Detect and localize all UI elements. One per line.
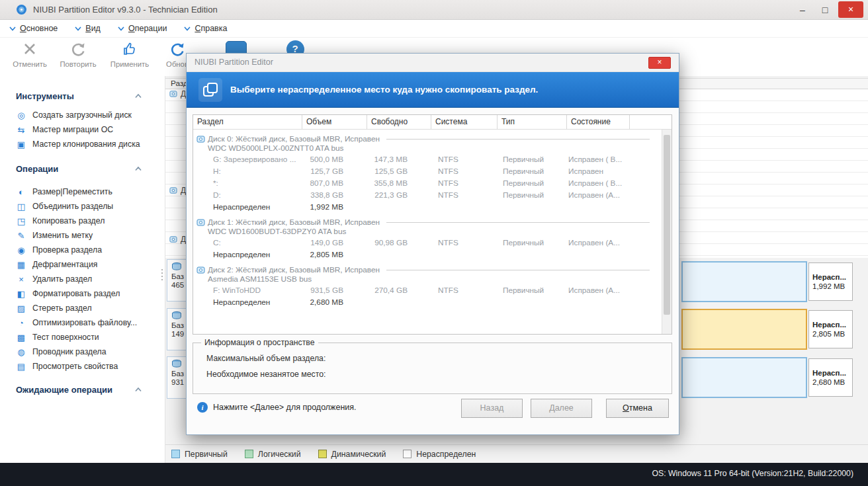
space-info-groupbox: Информация о пространстве Максимальный о… bbox=[193, 343, 672, 394]
col-filesystem[interactable]: Система bbox=[431, 115, 498, 129]
sidebar-item-copy-partition[interactable]: ◳ Копировать раздел bbox=[16, 214, 165, 228]
cancel-button[interactable]: Отмена bbox=[606, 399, 669, 418]
disk-title: Диск 1: Жёсткий диск, Базовый MBR, Испра… bbox=[208, 218, 380, 227]
unallocated-row[interactable]: Нераспределен 2,680 MB bbox=[193, 296, 662, 308]
disk-title: Диск 2: Жёсткий диск, Базовый MBR, Испра… bbox=[208, 265, 380, 274]
undo-button[interactable]: Отменить bbox=[2, 39, 58, 68]
disk-row-fragment: Д bbox=[169, 235, 186, 244]
col-type[interactable]: Тип bbox=[498, 115, 567, 129]
col-capacity[interactable]: Объем bbox=[302, 115, 367, 129]
legend-dynamic: Динамический bbox=[318, 450, 386, 459]
sidebar-item-format-partition[interactable]: ◧ Форматировать раздел bbox=[16, 286, 165, 301]
partition-row[interactable]: F: WinToHDD 931,5 GB 270,4 GB NTFS Перви… bbox=[193, 284, 662, 296]
menu-item-operations[interactable]: Операции bbox=[118, 24, 167, 33]
fragment-text: Д bbox=[181, 89, 186, 99]
os-migration-icon: ⇆ bbox=[16, 125, 26, 135]
item-label: Проводник раздела bbox=[32, 347, 107, 356]
item-label: Тест поверхности bbox=[32, 333, 99, 342]
defragment-icon: ▦ bbox=[16, 260, 26, 270]
sidebar-section-tools[interactable]: Инструменты bbox=[16, 88, 142, 104]
menu-item-main[interactable]: Основное bbox=[9, 24, 58, 33]
item-label: Удалить раздел bbox=[32, 274, 92, 284]
chevron-down-icon bbox=[184, 26, 191, 31]
surface-test-icon: ▩ bbox=[16, 333, 26, 343]
chevron-up-icon bbox=[135, 167, 142, 171]
sidebar-item-bootable-media[interactable]: ◎ Создать загрузочный диск bbox=[16, 108, 165, 122]
unallocated-label: Нерасп... bbox=[812, 321, 846, 329]
redo-label: Повторить bbox=[50, 60, 106, 68]
sidebar-item-wipe-partition[interactable]: ▨ Стереть раздел bbox=[16, 301, 165, 315]
section-title: Инструменты bbox=[16, 91, 74, 101]
partition-row[interactable]: *: 807,0 MB 355,8 MB NTFS Первичный Испр… bbox=[193, 177, 662, 189]
sidebar-section-pending-operations[interactable]: Ожидающие операции bbox=[16, 382, 142, 397]
col-status[interactable]: Состояние bbox=[567, 115, 630, 129]
item-label: Мастер клонирования диска bbox=[32, 140, 140, 149]
disk0-unallocated-block[interactable]: Нерасп... 1,992 MB bbox=[808, 263, 853, 301]
dialog-hint: Нажмите <Далее> для продолжения. bbox=[213, 403, 357, 412]
chevron-down-icon bbox=[75, 26, 81, 31]
menu-label: Вид bbox=[85, 24, 101, 33]
partition-row[interactable]: C: 149,0 GB 90,98 GB NTFS Первичный Испр… bbox=[193, 237, 662, 249]
scrollbar-thumb[interactable] bbox=[664, 135, 670, 315]
copy-partition-icon: ◳ bbox=[16, 216, 26, 226]
minimize-button[interactable]: – bbox=[791, 0, 814, 20]
sidebar-item-change-label[interactable]: ✎ Изменить метку bbox=[16, 228, 165, 243]
sidebar-item-delete-partition[interactable]: × Удалить раздел bbox=[16, 272, 165, 286]
disk-icon bbox=[169, 235, 177, 243]
sidebar-item-optimize-filesystem[interactable]: ◔ Оптимизировать файлову... bbox=[16, 315, 165, 330]
resize-move-icon: ◐ bbox=[16, 187, 26, 197]
close-button[interactable]: × bbox=[838, 1, 863, 18]
sidebar-item-resize-move[interactable]: ◐ Размер|Переместить bbox=[16, 184, 165, 199]
disk1-unallocated-block[interactable]: Нерасп... 2,805 MB bbox=[808, 310, 853, 348]
max-partition-size-label: Максимальный объем раздела: bbox=[206, 354, 326, 363]
sidebar-item-os-migration[interactable]: ⇆ Мастер миграции ОС bbox=[16, 122, 165, 137]
menu-item-help[interactable]: Справка bbox=[184, 24, 227, 33]
sidebar-item-view-properties[interactable]: ▤ Просмотреть свойства bbox=[16, 359, 165, 374]
disk-model: WDC WD1600BUDT-63DPZY0 ATA bus bbox=[193, 227, 662, 237]
partition-row[interactable]: H: 125,7 GB 125,5 GB NTFS Первичный Испр… bbox=[193, 165, 662, 177]
sidebar-section-operations[interactable]: Операции bbox=[16, 161, 142, 177]
disk1-partition-block-selected[interactable] bbox=[681, 309, 807, 350]
info-icon: i bbox=[197, 402, 208, 413]
sidebar-item-merge-partitions[interactable]: ◫ Объединить разделы bbox=[16, 199, 165, 214]
redo-button[interactable]: Повторить bbox=[50, 39, 106, 68]
back-button[interactable]: Назад bbox=[461, 399, 523, 418]
dialog-banner-text: Выберите нераспределенное место куда нуж… bbox=[230, 85, 538, 95]
required-space-label: Необходимое незанятое место: bbox=[206, 370, 326, 379]
col-partition[interactable]: Раздел bbox=[193, 115, 302, 129]
col-free[interactable]: Свободно bbox=[367, 115, 431, 129]
maximize-button[interactable]: □ bbox=[814, 0, 836, 20]
legend-label: Динамический bbox=[331, 450, 386, 459]
dialog-banner: Выберите нераспределенное место куда нуж… bbox=[187, 72, 679, 108]
legend-logical: Логический bbox=[245, 450, 301, 459]
clone-disk-icon: ▣ bbox=[16, 140, 26, 149]
app-window: NIUBI Partition Editor v9.3.0 - Technici… bbox=[0, 0, 868, 486]
unallocated-row[interactable]: Нераспределен 1,992 MB bbox=[193, 201, 662, 213]
disk2-group-row[interactable]: Диск 2: Жёсткий диск, Базовый MBR, Испра… bbox=[193, 264, 662, 284]
partition-row[interactable]: D: 338,8 GB 221,3 GB NTFS Первичный Испр… bbox=[193, 189, 662, 201]
menu-item-view[interactable]: Вид bbox=[75, 24, 101, 33]
sidebar-item-defragment[interactable]: ▦ Дефрагментация bbox=[16, 257, 165, 272]
disk0-group-row[interactable]: Диск 0: Жёсткий диск, Базовый MBR, Испра… bbox=[193, 134, 662, 153]
sidebar-item-surface-test[interactable]: ▩ Тест поверхности bbox=[16, 330, 165, 344]
unallocated-row[interactable]: Нераспределен 2,805 MB bbox=[193, 249, 662, 261]
sidebar-item-clone-disk[interactable]: ▣ Мастер клонирования диска bbox=[16, 137, 165, 151]
table-scrollbar[interactable] bbox=[662, 130, 672, 334]
disk2-partition-block[interactable] bbox=[681, 357, 807, 398]
partition-row[interactable]: G: Зарезервировано ... 500,0 MB 147,3 MB… bbox=[193, 153, 662, 165]
hard-disk-icon bbox=[171, 311, 182, 320]
disk0-partition-block[interactable] bbox=[681, 261, 807, 302]
disk2-unallocated-block[interactable]: Нерасп... 2,680 MB bbox=[808, 358, 853, 397]
window-titlebar: NIUBI Partition Editor v9.3.0 - Technici… bbox=[0, 0, 868, 20]
groupbox-title: Информация о пространстве bbox=[201, 338, 318, 347]
sidebar-item-partition-explorer[interactable]: ◍ Проводник раздела bbox=[16, 344, 165, 359]
next-button[interactable]: Далее bbox=[531, 399, 592, 418]
sidebar-item-check-partition[interactable]: ◉ Проверка раздела bbox=[16, 243, 165, 257]
window-title: NIUBI Partition Editor v9.3.0 - Technici… bbox=[33, 5, 218, 15]
merge-partitions-icon: ◫ bbox=[16, 202, 26, 212]
dialog-close-button[interactable]: × bbox=[648, 57, 671, 69]
fragment-text: Д bbox=[181, 186, 186, 195]
sidebar-resize-handle[interactable] bbox=[161, 269, 163, 280]
menu-label: Основное bbox=[20, 24, 58, 33]
disk1-group-row[interactable]: Диск 1: Жёсткий диск, Базовый MBR, Испра… bbox=[193, 217, 662, 237]
